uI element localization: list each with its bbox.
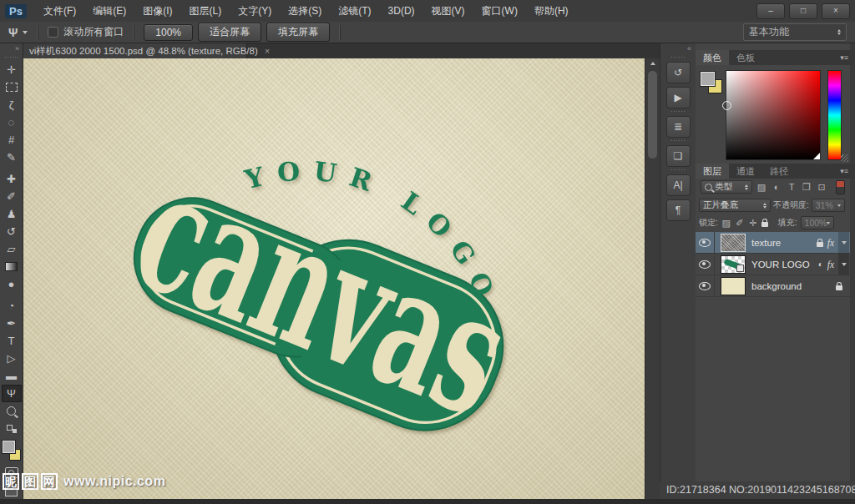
effects-collapse-tab[interactable] xyxy=(838,254,849,275)
opacity-dropdown[interactable]: 31% xyxy=(812,199,845,212)
hand-tool[interactable]: Ψ xyxy=(2,385,22,402)
menu-file[interactable]: 文件(F) xyxy=(35,0,84,22)
menu-type[interactable]: 文字(Y) xyxy=(230,0,280,22)
properties-panel-button[interactable]: ≣ xyxy=(666,116,691,138)
vertical-scrollbar[interactable] xyxy=(645,58,660,504)
filter-type-dropdown[interactable]: 类型 xyxy=(701,180,752,194)
history-panel-button[interactable]: ↺ xyxy=(666,62,691,83)
type-tool[interactable]: T xyxy=(2,332,22,350)
menu-image[interactable]: 图像(I) xyxy=(134,0,180,22)
layer-thumbnail[interactable] xyxy=(721,234,746,252)
minimize-button[interactable]: – xyxy=(756,3,785,19)
panel-resize-grip[interactable] xyxy=(841,154,848,162)
dodge-tool[interactable]: ◔ xyxy=(2,297,22,315)
dock-grip[interactable] xyxy=(670,139,686,142)
fx-badge[interactable]: fx xyxy=(827,238,834,248)
lock-all-icon[interactable] xyxy=(761,222,768,227)
visibility-cell[interactable] xyxy=(696,232,715,253)
panel-foreground-swatch[interactable] xyxy=(701,72,715,86)
filter-smart-objects-icon[interactable]: ⊡ xyxy=(816,182,827,193)
zoom-tool[interactable] xyxy=(2,402,22,420)
rectangular-marquee-tool[interactable] xyxy=(2,78,22,96)
panel-menu-icon[interactable]: ▾≡ xyxy=(840,50,855,65)
paragraph-panel-button[interactable]: ¶ xyxy=(666,199,691,221)
menu-3d[interactable]: 3D(D) xyxy=(380,0,423,22)
quick-selection-tool[interactable]: ◌ xyxy=(2,113,22,131)
tab-close-icon[interactable]: × xyxy=(265,46,270,56)
document-tab[interactable]: vi样机6300 2000 1500.psd @ 48.8% (texture,… xyxy=(23,43,247,58)
menu-layer[interactable]: 图层(L) xyxy=(181,0,230,22)
filter-toggle-switch[interactable] xyxy=(836,180,845,194)
workspace-selector[interactable]: 基本功能 xyxy=(743,23,847,41)
visibility-cell[interactable] xyxy=(696,254,715,275)
layer-row-texture[interactable]: texture fx xyxy=(696,232,850,254)
panel-menu-icon[interactable]: ▾≡ xyxy=(840,164,855,179)
dock-grip[interactable] xyxy=(670,56,686,58)
shape-tool[interactable]: ▬ xyxy=(2,367,22,385)
lock-move-icon[interactable]: ✛ xyxy=(748,218,758,229)
menu-filter[interactable]: 滤镜(T) xyxy=(330,0,379,22)
pen-tool[interactable]: ✒ xyxy=(2,315,22,332)
filter-adjustment-layers-icon[interactable]: ◐ xyxy=(771,182,782,192)
fx-badge[interactable]: fx xyxy=(827,260,834,270)
filter-shape-layers-icon[interactable]: ❒ xyxy=(801,182,812,193)
color-field-cursor[interactable] xyxy=(722,101,731,110)
fit-screen-button[interactable]: 适合屏幕 xyxy=(198,23,261,42)
swap-colors[interactable] xyxy=(2,420,22,437)
menu-edit[interactable]: 编辑(E) xyxy=(84,0,134,22)
dock-grip[interactable] xyxy=(670,169,686,171)
zoom-100-button[interactable]: 100% xyxy=(144,24,193,41)
layer-row-background[interactable]: background xyxy=(696,275,850,297)
character-panel-button[interactable]: A| xyxy=(666,174,691,196)
tab-channels[interactable]: 通道 xyxy=(729,164,762,179)
menu-help[interactable]: 帮助(H) xyxy=(526,0,577,22)
brush-tool[interactable]: ✐ xyxy=(2,188,22,205)
clone-stamp-tool[interactable]: ♟ xyxy=(2,205,22,223)
menu-view[interactable]: 视图(V) xyxy=(423,0,473,22)
close-button[interactable]: × xyxy=(822,3,850,19)
tab-color[interactable]: 颜色 xyxy=(696,50,729,65)
crop-tool[interactable]: # xyxy=(2,131,22,149)
lock-transparency-icon[interactable]: ▨ xyxy=(721,218,731,229)
dock-grip[interactable] xyxy=(670,110,686,113)
saturation-brightness-field[interactable] xyxy=(726,70,821,160)
dock-collapse-icon[interactable]: « xyxy=(660,43,696,54)
filter-pixel-layers-icon[interactable]: ▨ xyxy=(756,182,767,193)
eraser-tool[interactable]: ▱ xyxy=(2,240,22,258)
actions-panel-button[interactable]: ▶ xyxy=(666,87,691,108)
layer-row-your-logo[interactable]: YOUR LOGO ◐ fx xyxy=(696,254,850,275)
blur-tool[interactable]: ● xyxy=(2,275,22,293)
gradient-tool[interactable] xyxy=(2,258,22,275)
fill-screen-button[interactable]: 填充屏幕 xyxy=(266,23,330,42)
scrollbar-thumb[interactable] xyxy=(648,71,657,159)
document-canvas[interactable]: canvas YOUR LOGO xyxy=(23,58,645,504)
tool-preset-arrow-icon[interactable] xyxy=(23,31,28,34)
tab-paths[interactable]: 路径 xyxy=(762,164,796,179)
hue-slider[interactable] xyxy=(827,70,842,160)
move-tool[interactable]: ✛ xyxy=(2,61,22,78)
tab-swatches[interactable]: 色板 xyxy=(729,50,762,65)
scroll-up-icon[interactable] xyxy=(650,62,655,65)
filter-type-layers-icon[interactable]: T xyxy=(786,182,797,192)
spot-healing-brush-tool[interactable]: ✚ xyxy=(2,170,22,188)
menu-select[interactable]: 选择(S) xyxy=(280,0,330,22)
visibility-cell[interactable] xyxy=(696,275,715,296)
toolbar-expand-icon[interactable]: » xyxy=(0,43,23,54)
path-selection-tool[interactable]: ▷ xyxy=(2,350,22,367)
menu-window[interactable]: 窗口(W) xyxy=(473,0,526,22)
lock-paint-icon[interactable]: ✐ xyxy=(735,218,745,229)
layer-thumbnail-smart-object[interactable] xyxy=(721,255,746,274)
layer-thumbnail[interactable] xyxy=(721,277,746,295)
foreground-color-swatch[interactable] xyxy=(3,441,15,453)
fill-dropdown[interactable]: 100% xyxy=(801,216,834,229)
effects-collapse-tab[interactable] xyxy=(838,232,849,253)
lasso-tool[interactable]: ζ xyxy=(2,96,22,113)
toolbar-grip[interactable] xyxy=(4,56,19,58)
eyedropper-tool[interactable]: ✎ xyxy=(2,149,22,166)
history-brush-tool[interactable]: ↺ xyxy=(2,223,22,240)
tab-layers[interactable]: 图层 xyxy=(696,164,729,179)
layer-comps-panel-button[interactable]: ❏ xyxy=(666,145,691,167)
maximize-button[interactable]: □ xyxy=(789,3,817,19)
blend-mode-dropdown[interactable]: 正片叠底 xyxy=(699,199,771,212)
scroll-all-windows-checkbox[interactable] xyxy=(48,27,58,38)
